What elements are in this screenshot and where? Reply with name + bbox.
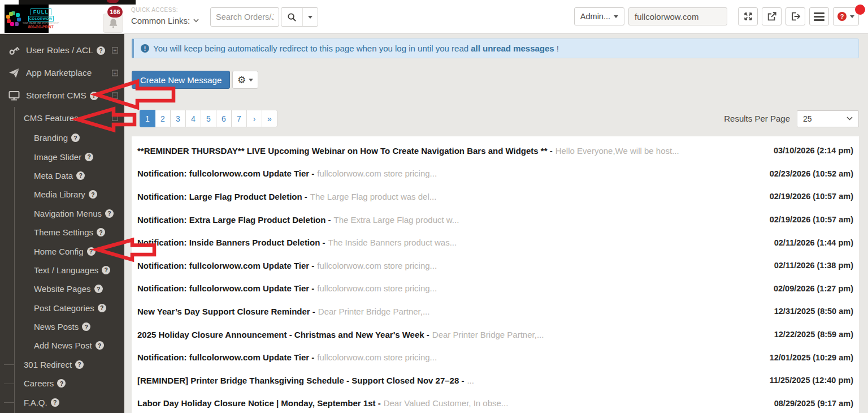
message-date: 03/10/2026 (2:14 pm) <box>774 146 853 155</box>
help-icon[interactable]: ? <box>82 322 90 331</box>
list-controls-row: 1 2 3 4 5 6 7 › » Results Per Page 25 <box>132 110 859 127</box>
admin-menu-button[interactable]: Admin... <box>574 7 624 25</box>
page-button-1[interactable]: 1 <box>140 110 155 127</box>
message-row[interactable]: Notification: fullcolorwow.com Update Ti… <box>136 254 854 277</box>
fullscreen-expand-icon <box>743 11 753 21</box>
message-row[interactable]: **REMINDER THURSDAY** LIVE Upcoming Webi… <box>136 139 854 162</box>
sidebar-item-app-marketplace[interactable]: App Marketplace + <box>0 62 124 84</box>
page-button-3[interactable]: 3 <box>170 110 186 127</box>
page-button-2[interactable]: 2 <box>155 110 171 127</box>
sidebar-item-website-pages[interactable]: Website Pages ? <box>0 279 124 298</box>
paper-plane-icon <box>8 67 20 79</box>
message-row[interactable]: Labor Day Holiday Closure Notice | Monda… <box>136 392 854 413</box>
expand-icon[interactable]: + <box>112 70 118 76</box>
sidebar-item-careers[interactable]: Careers ? <box>0 374 124 393</box>
page-button-6[interactable]: 6 <box>216 110 232 127</box>
message-preview: Dear Valued Customer, In obse... <box>384 398 509 408</box>
sidebar-item-news-posts[interactable]: News Posts ? <box>0 317 124 336</box>
results-per-page: Results Per Page 25 <box>724 110 859 127</box>
help-icon[interactable]: ? <box>97 46 105 55</box>
message-date: 02/23/2026 (10:52 am) <box>770 169 853 178</box>
help-icon: ? <box>837 12 847 21</box>
sidebar-item-navigation-menus[interactable]: Navigation Menus ? <box>0 204 124 223</box>
page-button-5[interactable]: 5 <box>201 110 216 127</box>
message-row[interactable]: Notification: Extra Large Flag Product D… <box>136 208 854 231</box>
common-links-dropdown[interactable]: Common Links: <box>131 16 199 25</box>
help-icon[interactable]: ? <box>98 304 106 312</box>
gear-icon: ⚙ <box>237 75 246 85</box>
search-button[interactable] <box>281 8 303 26</box>
fullscreen-button[interactable] <box>738 7 758 25</box>
message-row[interactable]: Notification: fullcolorwow.com Update Ti… <box>136 277 854 300</box>
help-icon[interactable]: ? <box>96 341 104 350</box>
logo-phone: 800-GO-PRINT <box>28 25 54 29</box>
store-domain-field[interactable]: fullcolorwow.com <box>628 7 727 25</box>
message-row[interactable]: Notification: Inside Banners Product Del… <box>136 231 854 254</box>
message-row[interactable]: New Year’s Day Support Closure Reminder … <box>136 300 854 323</box>
menu-button[interactable] <box>809 7 829 25</box>
create-new-message-button[interactable]: Create New Message <box>132 71 230 89</box>
expand-icon[interactable]: + <box>112 48 118 54</box>
sidebar-item-theme-settings[interactable]: Theme Settings ? <box>0 223 124 242</box>
sidebar-item-storefront-cms[interactable]: Storefront CMS ? − <box>0 84 124 107</box>
page-button-7[interactable]: 7 <box>231 110 247 127</box>
monitor-icon <box>8 90 20 101</box>
help-icon[interactable]: ? <box>97 228 105 236</box>
results-per-page-select[interactable]: 25 <box>797 110 859 127</box>
message-date: 02/19/2026 (10:57 am) <box>770 192 853 201</box>
message-row[interactable]: Notification: fullcolorwow.com Update Ti… <box>136 346 854 369</box>
help-icon[interactable]: ? <box>87 247 96 256</box>
search-input[interactable] <box>210 7 279 27</box>
help-icon[interactable]: ? <box>76 171 85 180</box>
help-icon[interactable]: ? <box>71 134 80 142</box>
help-icon[interactable]: ? <box>75 360 84 369</box>
page-next-button[interactable]: › <box>246 110 262 127</box>
help-icon[interactable]: ? <box>89 190 97 199</box>
message-row[interactable]: Notification: fullcolorwow.com Update Ti… <box>136 162 854 186</box>
page-last-button[interactable]: » <box>262 110 277 127</box>
sidebar-item-image-slider[interactable]: Image Slider ? <box>0 147 124 166</box>
message-row[interactable]: 2025 Holiday Closure Announcement - Chri… <box>136 323 854 346</box>
help-icon[interactable]: ? <box>102 266 110 274</box>
sidebar-item-branding[interactable]: Branding ? <box>0 128 124 147</box>
color-wheel-icon <box>6 11 21 26</box>
open-storefront-button[interactable] <box>762 7 782 25</box>
help-icon[interactable]: ? <box>57 379 66 388</box>
message-date: 02/19/2026 (10:57 am) <box>770 215 853 224</box>
message-title: Notification: fullcolorwow.com Update Ti… <box>137 352 314 362</box>
message-title: Notification: Extra Large Flag Product D… <box>137 215 331 225</box>
sidebar-item-post-categories[interactable]: Post Categories ? <box>0 299 124 317</box>
help-icon[interactable]: ? <box>85 153 93 161</box>
sidebar-item-cms-features[interactable]: CMS Features − <box>0 107 124 128</box>
message-settings-dropdown[interactable]: ⚙ <box>232 71 258 89</box>
key-icon <box>8 45 20 56</box>
sidebar-item-text-languages[interactable]: Text / Languages ? <box>0 261 124 279</box>
notification-count-badge[interactable]: 166 <box>107 6 123 18</box>
search-options-dropdown[interactable] <box>303 8 318 26</box>
logo-line2: COLORWOW <box>28 16 54 21</box>
help-icon[interactable]: ? <box>105 209 114 218</box>
sidebar-item-add-news-post[interactable]: Add News Post ? <box>0 336 124 355</box>
sidebar-item-user-roles-acl[interactable]: User Roles / ACL ? + <box>0 39 124 62</box>
results-per-page-label: Results Per Page <box>724 114 790 123</box>
message-row[interactable]: Notification: Large Flag Product Deletio… <box>136 185 854 208</box>
sidebar-item-301-redirect[interactable]: 301 Redirect ? <box>0 355 124 374</box>
logo-line1: FULL <box>31 8 51 15</box>
sidebar-item-media-library[interactable]: Media Library ? <box>0 185 124 204</box>
page-button-4[interactable]: 4 <box>185 110 201 127</box>
caret-down-icon <box>249 79 253 81</box>
help-icon[interactable]: ? <box>90 92 98 100</box>
sidebar-item-faq[interactable]: F.A.Q. ? <box>0 393 124 411</box>
collapse-icon[interactable]: − <box>112 93 118 99</box>
logout-button[interactable] <box>785 7 805 25</box>
help-icon[interactable]: ? <box>51 398 59 407</box>
alert-dot <box>855 5 865 15</box>
message-preview: fullcolorwow.com store pricing... <box>317 283 437 293</box>
sidebar-item-meta-data[interactable]: Meta Data ? <box>0 166 124 185</box>
message-row[interactable]: [REMINDER] Printer Bridge Thanksgiving S… <box>136 369 854 392</box>
help-icon[interactable]: ? <box>94 285 103 293</box>
collapse-icon[interactable]: − <box>112 115 118 121</box>
store-logo[interactable]: FULL COLORWOW YOUR ONLINE ONE STOP PRINT… <box>5 5 49 33</box>
sidebar-item-home-config[interactable]: Home Config ? <box>0 242 124 260</box>
message-preview: Dear Printer Bridge Partner,... <box>318 307 430 316</box>
